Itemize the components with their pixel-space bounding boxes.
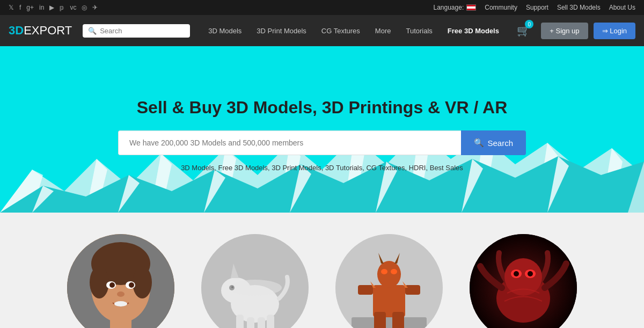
nav-search-box[interactable]: 🔍 [83, 24, 190, 38]
nav-3d-print-models[interactable]: 3D Print Models [249, 15, 313, 46]
svg-rect-34 [236, 315, 244, 328]
svg-rect-35 [247, 317, 254, 328]
svg-point-50 [377, 261, 401, 288]
svg-rect-37 [267, 315, 274, 328]
product-item-4[interactable] [470, 234, 577, 328]
youtube-icon[interactable]: ▶ [49, 4, 54, 11]
svg-rect-49 [405, 285, 420, 295]
svg-point-60 [504, 258, 542, 296]
facebook-icon[interactable]: f [19, 4, 21, 11]
social-icons-group: 𝕏 f g+ in ▶ 𝕡 vc ◎ ✈ [9, 4, 98, 11]
svg-rect-46 [374, 312, 386, 328]
products-section [0, 213, 644, 328]
pinterest-icon[interactable]: 𝕡 [60, 4, 64, 11]
svg-rect-48 [358, 285, 373, 295]
hero-search-form: 🔍 Search [118, 130, 526, 155]
community-link[interactable]: Community [485, 4, 517, 11]
svg-point-42 [228, 280, 282, 296]
svg-point-29 [129, 282, 134, 288]
hero-search-input[interactable] [118, 130, 461, 155]
svg-point-53 [381, 269, 387, 274]
flag-icon [466, 4, 476, 11]
svg-rect-47 [392, 312, 404, 328]
twitter-icon[interactable]: 𝕏 [9, 4, 14, 11]
nav-tutorials[interactable]: Tutorials [398, 15, 440, 46]
cart-badge: 0 [525, 20, 533, 28]
vk-icon[interactable]: vc [70, 4, 76, 11]
login-button[interactable]: ⇒ Login [594, 23, 635, 39]
signup-button[interactable]: + Sign up [541, 23, 588, 39]
telegram-icon[interactable]: ✈ [92, 4, 98, 11]
search-btn-icon: 🔍 [474, 138, 484, 148]
svg-point-25 [90, 266, 109, 298]
nav-right-actions: 🛒 0 + Sign up ⇒ Login [511, 22, 635, 39]
product-item-2[interactable] [201, 234, 309, 328]
nav-cg-textures[interactable]: CG Textures [314, 15, 368, 46]
sell-3d-models-link[interactable]: Sell 3D Models [557, 4, 601, 11]
nav-more[interactable]: More [368, 15, 399, 46]
svg-point-28 [109, 282, 115, 288]
hero-tags: 3D Models, Free 3D Models, 3D Print Mode… [181, 164, 463, 172]
top-right-links: Language: Community Support Sell 3D Mode… [433, 4, 635, 11]
svg-rect-44 [352, 317, 427, 328]
linkedin-icon[interactable]: in [39, 4, 44, 11]
top-bar: 𝕏 f g+ in ▶ 𝕡 vc ◎ ✈ Language: Community… [0, 0, 644, 15]
instagram-icon[interactable]: ◎ [82, 4, 87, 11]
support-link[interactable]: Support [526, 4, 548, 11]
language-selector[interactable]: Language: [433, 4, 476, 11]
svg-point-64 [528, 271, 533, 276]
product-item-1[interactable] [67, 234, 174, 328]
svg-point-24 [133, 266, 152, 298]
google-plus-icon[interactable]: g+ [26, 4, 34, 11]
site-logo[interactable]: 3DEXPORT [9, 24, 72, 38]
nav-3d-models[interactable]: 3D Models [201, 15, 249, 46]
product-item-3[interactable] [335, 234, 443, 328]
svg-rect-36 [258, 317, 265, 328]
about-us-link[interactable]: About Us [609, 4, 635, 11]
svg-point-54 [391, 269, 397, 274]
main-nav: 3DEXPORT 🔍 3D Models 3D Print Models CG … [0, 15, 644, 46]
search-icon: 🔍 [88, 27, 97, 35]
svg-point-63 [514, 271, 519, 276]
cart-icon[interactable]: 🛒 0 [511, 22, 536, 39]
nav-free-3d-models[interactable]: Free 3D Models [440, 15, 507, 46]
hero-search-button[interactable]: 🔍 Search [461, 130, 526, 155]
hero-title: Sell & Buy 3D Models, 3D Printings & VR … [137, 98, 507, 118]
svg-point-31 [114, 301, 127, 307]
logo-export: EXPORT [24, 24, 72, 37]
nav-links: 3D Models 3D Print Models CG Textures Mo… [201, 15, 511, 46]
search-btn-label: Search [487, 139, 513, 148]
language-label: Language: [433, 4, 464, 11]
search-input[interactable] [100, 27, 186, 35]
hero-section: Sell & Buy 3D Models, 3D Printings & VR … [0, 46, 644, 213]
logo-3d: 3D [9, 24, 24, 37]
svg-point-30 [117, 291, 125, 297]
